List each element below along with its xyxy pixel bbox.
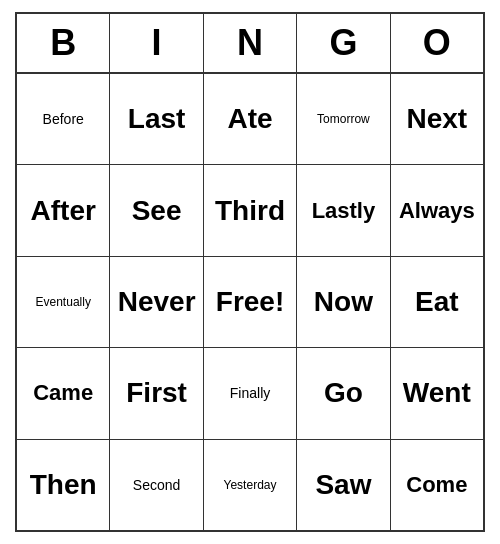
- header-letter-g: G: [297, 14, 390, 74]
- grid-cell-1-2: Third: [204, 165, 297, 255]
- grid-cell-0-2: Ate: [204, 74, 297, 164]
- grid-row-1: AfterSeeThirdLastlyAlways: [17, 165, 483, 256]
- grid-cell-2-4: Eat: [391, 257, 483, 347]
- grid-row-3: CameFirstFinallyGoWent: [17, 348, 483, 439]
- grid-cell-1-0: After: [17, 165, 110, 255]
- grid-cell-2-2: Free!: [204, 257, 297, 347]
- grid-cell-0-1: Last: [110, 74, 203, 164]
- grid-cell-3-3: Go: [297, 348, 390, 438]
- cell-text-3-0: Came: [33, 380, 93, 406]
- cell-text-0-0: Before: [43, 111, 84, 127]
- cell-text-4-1: Second: [133, 477, 180, 493]
- grid-cell-1-3: Lastly: [297, 165, 390, 255]
- cell-text-0-3: Tomorrow: [317, 112, 370, 126]
- bingo-card: BINGO BeforeLastAteTomorrowNextAfterSeeT…: [15, 12, 485, 532]
- cell-text-2-3: Now: [314, 286, 373, 318]
- grid-cell-2-3: Now: [297, 257, 390, 347]
- grid-row-0: BeforeLastAteTomorrowNext: [17, 74, 483, 165]
- cell-text-1-1: See: [132, 195, 182, 227]
- cell-text-4-0: Then: [30, 469, 97, 501]
- grid-cell-4-3: Saw: [297, 440, 390, 530]
- header-letter-b: B: [17, 14, 110, 74]
- cell-text-1-4: Always: [399, 198, 475, 224]
- grid-cell-3-1: First: [110, 348, 203, 438]
- grid-cell-2-1: Never: [110, 257, 203, 347]
- cell-text-1-0: After: [31, 195, 96, 227]
- header-letter-i: I: [110, 14, 203, 74]
- grid-row-4: ThenSecondYesterdaySawCome: [17, 440, 483, 530]
- cell-text-0-4: Next: [406, 103, 467, 135]
- grid-cell-1-1: See: [110, 165, 203, 255]
- grid-cell-3-2: Finally: [204, 348, 297, 438]
- grid-cell-4-1: Second: [110, 440, 203, 530]
- cell-text-3-1: First: [126, 377, 187, 409]
- grid-cell-0-4: Next: [391, 74, 483, 164]
- cell-text-4-2: Yesterday: [224, 478, 277, 492]
- cell-text-4-4: Come: [406, 472, 467, 498]
- cell-text-2-0: Eventually: [36, 295, 91, 309]
- header-letter-n: N: [204, 14, 297, 74]
- cell-text-3-3: Go: [324, 377, 363, 409]
- cell-text-2-4: Eat: [415, 286, 459, 318]
- grid-cell-0-3: Tomorrow: [297, 74, 390, 164]
- cell-text-2-2: Free!: [216, 286, 284, 318]
- grid-cell-1-4: Always: [391, 165, 483, 255]
- cell-text-3-2: Finally: [230, 385, 270, 401]
- grid-cell-0-0: Before: [17, 74, 110, 164]
- grid-row-2: EventuallyNeverFree!NowEat: [17, 257, 483, 348]
- grid-cell-3-4: Went: [391, 348, 483, 438]
- cell-text-3-4: Went: [403, 377, 471, 409]
- cell-text-4-3: Saw: [315, 469, 371, 501]
- cell-text-1-2: Third: [215, 195, 285, 227]
- grid-cell-4-4: Come: [391, 440, 483, 530]
- grid-cell-3-0: Came: [17, 348, 110, 438]
- bingo-header: BINGO: [17, 14, 483, 74]
- cell-text-0-1: Last: [128, 103, 186, 135]
- grid-cell-4-0: Then: [17, 440, 110, 530]
- grid-cell-2-0: Eventually: [17, 257, 110, 347]
- cell-text-0-2: Ate: [227, 103, 272, 135]
- bingo-grid: BeforeLastAteTomorrowNextAfterSeeThirdLa…: [17, 74, 483, 530]
- grid-cell-4-2: Yesterday: [204, 440, 297, 530]
- cell-text-1-3: Lastly: [312, 198, 376, 224]
- cell-text-2-1: Never: [118, 286, 196, 318]
- header-letter-o: O: [391, 14, 483, 74]
